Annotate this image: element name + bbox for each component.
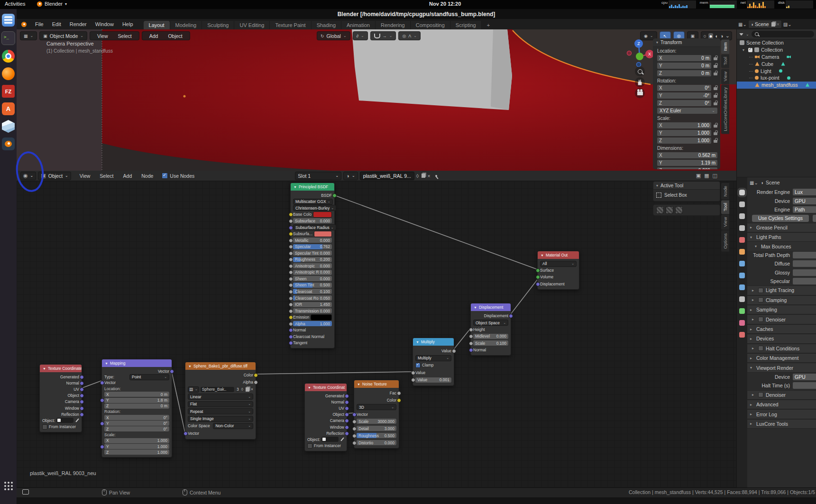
material-name-field[interactable]: plastik_weiß_RAL 9... xyxy=(360,172,414,180)
node-dropdown[interactable]: Single Image⌄ xyxy=(188,416,253,422)
node-header[interactable]: ▼Material Out xyxy=(538,251,579,259)
texture-slot-icon[interactable] xyxy=(656,206,664,214)
lock-icon[interactable] xyxy=(714,73,717,75)
files-icon[interactable] xyxy=(2,14,15,27)
color-swatch[interactable] xyxy=(314,231,332,237)
node-socket[interactable] xyxy=(289,264,293,268)
node-socket[interactable] xyxy=(289,245,293,249)
menu-item[interactable]: Edit xyxy=(48,20,65,28)
workspace-tab[interactable]: Sculpting xyxy=(202,21,234,29)
filter-icon[interactable] xyxy=(739,33,743,36)
node-texture-coordinate-1[interactable]: ▼Texture Coordinate Generated Normal UV … xyxy=(39,364,82,432)
lock-icon[interactable] xyxy=(714,57,717,60)
value-slider[interactable]: Metallic 0.000 xyxy=(293,238,332,243)
delete-scene-icon[interactable]: × xyxy=(777,21,779,27)
transform-field[interactable]: Z0 m xyxy=(657,70,711,76)
sidebar-tab[interactable]: LuxCoreOnlineLibrary xyxy=(721,84,729,134)
node-socket[interactable] xyxy=(397,391,401,395)
value-slider[interactable]: Roughness 0.200 xyxy=(293,257,332,262)
properties-tab[interactable] xyxy=(739,296,745,302)
clock[interactable]: Nov 20 12:20 xyxy=(429,1,461,7)
transform-field[interactable]: Y0 m xyxy=(657,63,711,69)
object-data-icon[interactable] xyxy=(787,55,791,59)
node-socket[interactable] xyxy=(469,328,473,332)
transform-panel-header[interactable]: ▾ Transform xyxy=(653,38,720,47)
node-math-multiply[interactable]: ▼Multiply Value Multiply⌄ Clamp Value Va… xyxy=(413,338,454,386)
workspace-tab[interactable]: Scripting xyxy=(450,21,482,29)
node-mapping[interactable]: ▼Mapping Vector Type: Point⌄ Vector Loca… xyxy=(101,359,172,458)
copy-material-icon[interactable] xyxy=(422,174,425,178)
node-socket[interactable] xyxy=(536,268,540,273)
node-socket[interactable] xyxy=(289,328,293,332)
property-panel-header[interactable]: ▸ Caches xyxy=(747,324,816,334)
node-socket[interactable] xyxy=(289,257,293,262)
object-data-icon[interactable] xyxy=(779,69,782,73)
node-socket[interactable] xyxy=(289,315,293,320)
node-header[interactable]: ▼Multiply xyxy=(413,338,454,346)
node-header[interactable]: ▼Texture Coordinate xyxy=(40,365,82,372)
node-socket[interactable] xyxy=(345,394,349,398)
property-panel-header[interactable]: ▸ Devices xyxy=(747,334,816,343)
properties-tab[interactable] xyxy=(739,213,745,219)
node-noise-texture[interactable]: ▼Noise Texture Fac Color 3D⌄ Vector Scal… xyxy=(354,380,399,449)
node-socket[interactable] xyxy=(345,412,349,417)
properties-tab[interactable] xyxy=(739,261,745,266)
snap-dropdown[interactable]: →⌄ xyxy=(370,31,396,40)
properties-tab[interactable] xyxy=(739,190,745,195)
outliner-row-object[interactable]: lux-point xyxy=(737,74,816,82)
node-dropdown[interactable]: Multiply⌄ xyxy=(415,355,451,361)
outliner-row-collection[interactable]: ▾ Collection xyxy=(737,46,816,54)
properties-tab[interactable] xyxy=(739,284,745,290)
property-value-field[interactable] xyxy=(793,269,816,276)
value-slider[interactable]: Clearcoat Ro 0.050 xyxy=(293,295,332,301)
node-socket[interactable] xyxy=(254,380,258,385)
node-socket[interactable] xyxy=(345,406,349,411)
panel-checkbox[interactable] xyxy=(758,297,763,302)
copy-icon[interactable] xyxy=(246,387,249,392)
object-picker[interactable] xyxy=(321,437,339,442)
workspace-tab[interactable]: Compositing xyxy=(411,21,450,29)
property-check-panel-header[interactable]: ▸ Light Tracing xyxy=(747,285,816,295)
node-socket[interactable] xyxy=(536,275,540,279)
sidebar-tab[interactable]: View xyxy=(721,69,729,84)
object-picker[interactable] xyxy=(56,418,73,423)
property-value-field[interactable]: Path xyxy=(793,206,816,213)
property-panel-header[interactable]: ▸ Color Management xyxy=(747,353,816,363)
value-slider[interactable]: Transmission 0.000 xyxy=(293,308,332,313)
node-dropdown[interactable]: Point⌄ xyxy=(129,374,169,380)
scene-selector[interactable]: ◑ Scene × xyxy=(748,20,782,28)
eyedropper-icon[interactable] xyxy=(75,418,79,423)
blender-menu-icon[interactable] xyxy=(21,22,27,27)
breadcrumb-editor-icon[interactable]: ▦⌄ xyxy=(750,180,758,185)
node-socket[interactable] xyxy=(345,431,349,436)
node-socket[interactable] xyxy=(100,381,104,385)
editor-menu-item[interactable]: Add xyxy=(119,172,136,180)
property-check-panel-header[interactable]: ▸ Clamping xyxy=(747,295,816,305)
node-header[interactable]: ▼Texture Coordinat xyxy=(305,384,347,391)
node-socket[interactable] xyxy=(352,441,357,445)
value-slider[interactable]: Specular Tint 0.000 xyxy=(293,250,332,256)
unlink-icon[interactable]: × xyxy=(251,387,253,392)
users-count[interactable]: 3 xyxy=(236,387,240,392)
value-slider[interactable]: Alpha 1.000 xyxy=(293,321,332,326)
image-name-field[interactable]: Sphere_Bak.. xyxy=(201,387,234,392)
node-socket[interactable] xyxy=(411,371,415,375)
value-slider[interactable]: Anisotropic R 0.000 xyxy=(293,270,332,275)
value-slider[interactable]: Roughness 0.500 xyxy=(357,433,396,438)
viewport-menu-item[interactable]: View xyxy=(93,32,112,40)
node-socket[interactable] xyxy=(332,193,337,198)
node-socket[interactable] xyxy=(80,406,84,411)
checkbox[interactable] xyxy=(415,363,421,368)
app-grid-icon[interactable] xyxy=(4,481,13,491)
node-dropdown[interactable]: Non-Color⌄ xyxy=(213,423,253,429)
transform-field[interactable]: Z0° xyxy=(657,100,711,106)
dimension-field[interactable]: X0.562 m xyxy=(657,152,717,158)
property-panel-header[interactable]: ▸ LuxCore Tools xyxy=(747,419,816,429)
color-swatch[interactable] xyxy=(313,211,332,218)
lock-icon[interactable] xyxy=(714,125,717,128)
node-socket[interactable] xyxy=(80,375,84,379)
node-socket[interactable] xyxy=(289,232,293,236)
outliner-row-object[interactable]: Light xyxy=(737,67,816,74)
value-field[interactable]: Y 1.000 xyxy=(104,444,169,449)
node-socket[interactable] xyxy=(80,412,84,417)
